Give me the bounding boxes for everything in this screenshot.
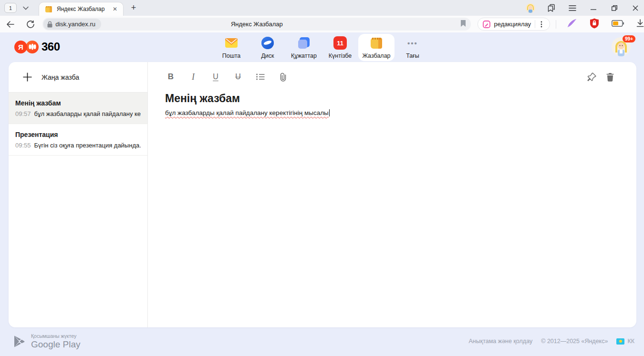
google-play-icon: [13, 335, 25, 348]
notes-icon: [369, 36, 384, 50]
edit-mode-button[interactable]: редакциялау: [478, 18, 550, 31]
new-note-label: Жаңа жазба: [42, 73, 79, 81]
language-switcher[interactable]: КК: [616, 338, 634, 345]
domain-text: disk.yandex.ru: [55, 21, 95, 28]
edit-mode-label: редакциялау: [494, 21, 531, 28]
notes-app-panel: Жаңа жазба Менің жазбам 09:57 бұл жазбал…: [9, 62, 636, 327]
user-avatar[interactable]: 99+: [612, 37, 631, 56]
trash-icon: [606, 73, 614, 82]
mail-icon: [224, 36, 239, 50]
close-icon: [633, 5, 638, 11]
toolbar-separator: [556, 20, 556, 29]
collections-button[interactable]: [547, 3, 556, 13]
notification-badge: 99+: [623, 35, 635, 42]
plus-icon: [23, 73, 32, 82]
window-restore-button[interactable]: [610, 3, 619, 13]
calendar-day-number: 11: [337, 40, 343, 47]
calendar-icon: 11: [333, 36, 347, 50]
tab-close-icon[interactable]: ✕: [111, 5, 119, 13]
format-toolbar: B I U U: [165, 70, 615, 84]
docs-icon: [297, 36, 311, 50]
collections-icon: [547, 4, 556, 12]
battery-icon: [612, 20, 624, 27]
service-mail[interactable]: Пошта: [213, 34, 249, 61]
service-label: Диск: [261, 52, 274, 59]
chevron-down-icon: [23, 6, 29, 10]
tab-list-chevron[interactable]: [20, 3, 32, 13]
y360-mark-icon: [28, 43, 37, 51]
restore-icon: [612, 5, 617, 11]
back-arrow-icon: [6, 21, 14, 28]
window-close-button[interactable]: [631, 3, 640, 13]
protect-shield-button[interactable]: [590, 18, 599, 31]
browser-profile-avatar[interactable]: [526, 3, 535, 13]
battery-saver-button[interactable]: [612, 20, 624, 29]
bookmark-button[interactable]: [460, 20, 466, 29]
domain-chip[interactable]: disk.yandex.ru: [43, 19, 101, 30]
italic-button[interactable]: I: [187, 71, 199, 83]
note-item-title: Менің жазбам: [15, 99, 141, 107]
yandex360-logo[interactable]: Я 360: [14, 40, 60, 53]
page-footer: Қосымшаны жүктеу Google Play Анықтама жә…: [0, 327, 644, 356]
services-nav: Пошта Диск Құжаттар 11 Күнтізбе Жазбалар: [213, 34, 431, 61]
underline-button[interactable]: U: [210, 71, 221, 83]
back-button[interactable]: [4, 18, 17, 31]
service-notes[interactable]: Жазбалар: [358, 34, 395, 61]
notes-sidebar: Жаңа жазба Менің жазбам 09:57 бұл жазбал…: [9, 62, 148, 327]
delete-note-button[interactable]: [605, 72, 615, 82]
yandex360-header: Я 360 Пошта Диск Құжаттар 11: [0, 32, 644, 62]
browser-tab-bar: 1 Яндекс Жазбалар ✕ +: [0, 0, 644, 16]
note-title-input[interactable]: Менің жазбам: [165, 92, 615, 105]
google-play-caption: Қосымшаны жүктеу: [31, 333, 81, 339]
pin-icon: [587, 72, 597, 82]
reload-icon: [27, 21, 34, 28]
google-play-link[interactable]: Қосымшаны жүктеу Google Play: [13, 333, 81, 350]
new-tab-button[interactable]: +: [127, 2, 140, 14]
help-support-link[interactable]: Анықтама және қолдау: [469, 338, 533, 345]
edit-pink-icon: [483, 21, 490, 28]
browser-tab[interactable]: Яндекс Жазбалар ✕: [39, 2, 124, 16]
tab-counter[interactable]: 1: [4, 3, 17, 13]
bookmark-icon: [460, 20, 466, 27]
y360-mark-circle: [26, 41, 39, 53]
attach-file-button[interactable]: [277, 71, 289, 83]
bullet-list-button[interactable]: [255, 71, 266, 83]
edit-menu-kebab[interactable]: [535, 19, 548, 30]
window-minimize-button[interactable]: [589, 3, 598, 13]
service-disk[interactable]: Диск: [249, 34, 286, 61]
paperclip-icon: [279, 73, 287, 82]
new-note-button[interactable]: Жаңа жазба: [9, 62, 147, 93]
bullet-list-icon: [256, 73, 265, 80]
disk-icon: [260, 36, 275, 50]
bold-button[interactable]: B: [165, 71, 177, 83]
note-list-item[interactable]: Менің жазбам 09:57 бұл жазбаларды қалай …: [9, 93, 147, 124]
download-icon: [636, 19, 644, 27]
note-body-input[interactable]: бұл жазбаларды қалай пайдалану керектігі…: [165, 109, 615, 116]
downloads-button[interactable]: [636, 19, 644, 29]
lock-icon: [47, 21, 52, 28]
copyright-text: © 2012—2025 «Яндекс»: [541, 338, 608, 345]
reload-button[interactable]: [24, 18, 37, 31]
service-calendar[interactable]: 11 Күнтізбе: [322, 34, 358, 61]
address-input[interactable]: disk.yandex.ru Яндекс Жазбалар: [42, 18, 471, 31]
feather-extension-button[interactable]: [567, 19, 577, 30]
note-item-time: 09:55: [15, 142, 31, 149]
yandex-logo-letter: Я: [18, 43, 23, 51]
pin-note-button[interactable]: [587, 72, 597, 82]
service-label: Күнтізбе: [329, 52, 352, 59]
note-item-snippet: Бүгін сіз оқуға презентация дайында...: [34, 142, 141, 149]
logo-360-text: 360: [42, 40, 60, 53]
strikethrough-button[interactable]: U: [232, 71, 244, 83]
profile-avatar-image: [526, 3, 535, 13]
feather-icon: [567, 19, 577, 28]
language-code: КК: [627, 338, 634, 345]
note-body-text: бұл жазбаларды қалай пайдалану керектігі…: [165, 109, 329, 116]
note-list-item[interactable]: Презентация 09:55 Бүгін сіз оқуға презен…: [9, 124, 147, 156]
service-docs[interactable]: Құжаттар: [286, 34, 322, 61]
note-item-snippet: бұл жазбаларды қалай пайдалану ке...: [34, 110, 141, 117]
service-more[interactable]: ••• Тағы: [395, 34, 431, 61]
browser-menu-button[interactable]: [568, 3, 577, 13]
service-label: Пошта: [222, 52, 241, 59]
service-label: Жазбалар: [362, 52, 390, 59]
yandex-logo-circle: Я: [14, 41, 27, 53]
